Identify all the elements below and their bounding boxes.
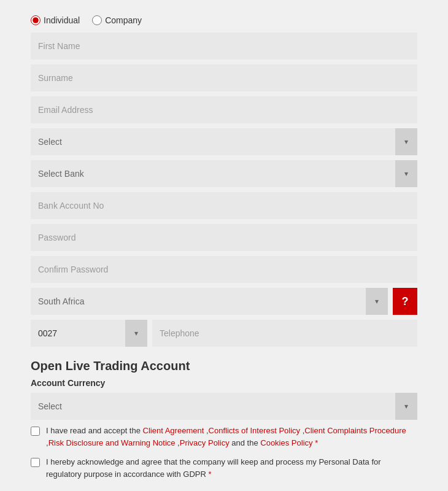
password-input[interactable] — [31, 224, 417, 251]
select-dropdown[interactable]: Select — [31, 128, 417, 155]
select-bank-wrapper: Select Bank ▾ — [31, 160, 417, 187]
confirm-password-input[interactable] — [31, 256, 417, 283]
terms-text: I have read and accept the Client Agreem… — [46, 425, 417, 449]
account-currency-label: Account Currency — [31, 378, 417, 388]
risk-disclosure-link[interactable]: Risk Disclosure and Warning Notice — [48, 438, 176, 447]
phone-row: 0027 ▾ — [31, 320, 417, 347]
terms-checkbox[interactable] — [31, 427, 40, 436]
registration-form: Individual Company Select ▾ Select Bank … — [0, 6, 448, 491]
client-agreement-link[interactable]: Client Agreement — [143, 426, 204, 435]
individual-radio-label[interactable]: Individual — [31, 15, 80, 25]
company-label: Company — [105, 15, 142, 25]
individual-radio[interactable] — [31, 15, 41, 25]
cookies-policy-link[interactable]: Cookies Policy — [260, 438, 312, 447]
country-help-button[interactable]: ? — [393, 288, 417, 315]
account-type-group: Individual Company — [31, 15, 417, 25]
select-wrapper: Select ▾ — [31, 128, 417, 155]
surname-input[interactable] — [31, 64, 417, 91]
client-complaints-link[interactable]: Client Complaints Procedure — [304, 426, 406, 435]
first-name-input[interactable] — [31, 33, 417, 60]
currency-select-wrapper: Select ▾ — [31, 393, 417, 420]
company-radio[interactable] — [92, 15, 102, 25]
gdpr-text: I hereby acknowledge and agree that the … — [46, 456, 417, 480]
privacy-policy-link[interactable]: Privacy Policy — [180, 438, 230, 447]
select-bank-dropdown[interactable]: Select Bank — [31, 160, 417, 187]
terms-checkbox-group: I have read and accept the Client Agreem… — [31, 425, 417, 449]
telephone-input[interactable] — [152, 320, 417, 347]
section-title: Open Live Trading Account — [31, 359, 417, 373]
email-input[interactable] — [31, 96, 417, 123]
phone-code-container: 0027 ▾ — [31, 320, 147, 347]
gdpr-checkbox[interactable] — [31, 458, 40, 467]
bank-account-input[interactable] — [31, 192, 417, 219]
individual-label: Individual — [44, 15, 80, 25]
currency-dropdown[interactable]: Select — [31, 393, 417, 420]
gdpr-checkbox-group: I hereby acknowledge and agree that the … — [31, 456, 417, 480]
company-radio-label[interactable]: Company — [92, 15, 142, 25]
conflicts-link[interactable]: Conflicts of Interest Policy — [209, 426, 301, 435]
phone-code-dropdown[interactable]: 0027 — [31, 320, 147, 347]
country-dropdown[interactable]: South Africa — [31, 288, 388, 315]
country-select-container: South Africa ▾ — [31, 288, 388, 315]
country-row: South Africa ▾ ? — [31, 288, 417, 315]
